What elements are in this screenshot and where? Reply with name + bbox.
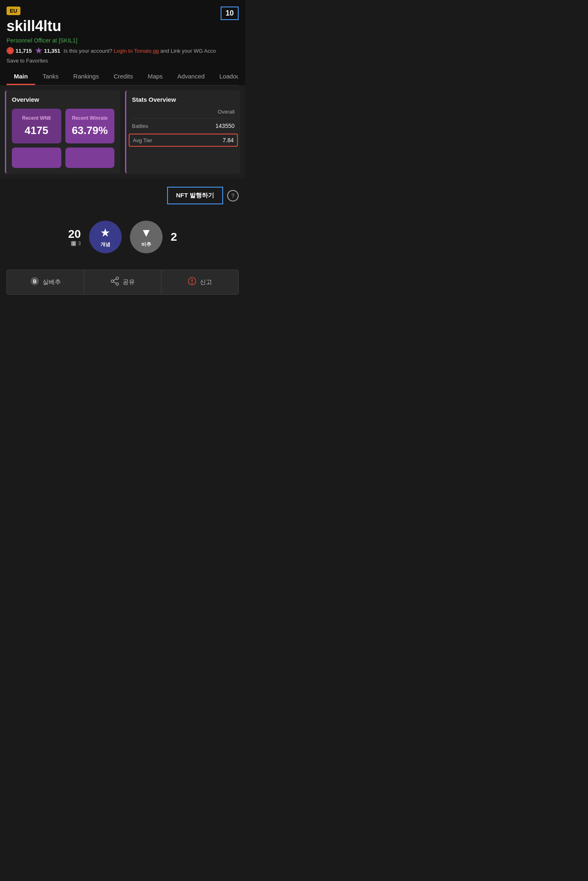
title-text: Personnel Officer at — [7, 37, 57, 44]
share-label: 공유 — [123, 278, 135, 286]
wn8-stat: 11,715 — [7, 47, 32, 54]
player-title: Personnel Officer at [SKIL1] — [7, 37, 239, 44]
stats-table-header: Overall — [132, 109, 235, 119]
voting-section: 20 3 3 ★ 개념 ▼ 비추 2 — [7, 221, 239, 253]
battles-value: 143550 — [215, 123, 235, 129]
recent-winrate-card: Recent Winrate 63.79% — [65, 109, 115, 143]
nft-row: NFT 발행하기 ? — [7, 187, 239, 204]
stats-overview-title: Stats Overview — [132, 96, 235, 103]
recent-wn8-label: Recent WN8 — [16, 115, 57, 121]
tab-credits[interactable]: Credits — [106, 69, 141, 85]
region-badge: EU — [7, 7, 20, 15]
avg-tier-row: Avg Tier 7.84 — [129, 134, 238, 147]
action-bar: B 실베추 공유 신고 — [7, 270, 239, 295]
wn8-icon — [7, 47, 14, 54]
mastery-stat: 11,351 — [35, 47, 60, 54]
level-badge: 10 — [221, 7, 239, 20]
player-name: skill4ltu — [7, 18, 239, 35]
stat-card-small-1 — [12, 148, 61, 168]
help-icon[interactable]: ? — [227, 190, 239, 201]
login-link[interactable]: Login to Tomato.gg — [114, 48, 159, 54]
save-favorites-link[interactable]: Save to Favorites — [7, 58, 239, 64]
bottom-area: NFT 발행하기 ? 20 3 3 ★ 개념 ▼ 비추 2 — [0, 179, 245, 270]
thumbsdown-action-button[interactable]: B 실베추 — [7, 270, 84, 294]
star-icon: ★ — [100, 226, 110, 239]
thumbsdown-icon: B — [30, 277, 39, 288]
battles-label: Battles — [132, 123, 148, 129]
stat-card-bottom-row — [12, 148, 114, 168]
upvote-big-number: 20 — [68, 228, 81, 241]
alert-icon — [188, 277, 197, 288]
stats-overview-panel: Stats Overview Overall Battles 143550 Av… — [125, 90, 240, 174]
stat-card-small-2 — [65, 148, 115, 168]
downvote-count-display: 2 — [171, 230, 177, 244]
thumbsdown-label: 실베추 — [42, 278, 61, 286]
overview-panel: Overview Recent WN8 4175 Recent Winrate … — [5, 90, 120, 174]
report-label: 신고 — [200, 278, 212, 286]
svg-line-7 — [114, 279, 116, 281]
tab-maps[interactable]: Maps — [140, 69, 170, 85]
header-section: EU 10 skill4ltu Personnel Officer at [SK… — [0, 0, 245, 85]
recent-winrate-label: Recent Winrate — [69, 115, 111, 121]
clan-tag: [SKIL1] — [58, 37, 77, 44]
tab-loadouts[interactable]: Loadouts — [212, 69, 239, 85]
svg-point-11 — [192, 283, 192, 284]
svg-line-8 — [114, 282, 116, 284]
nft-button[interactable]: NFT 발행하기 — [167, 187, 223, 204]
report-action-button[interactable]: 신고 — [161, 270, 238, 294]
main-content: Overview Recent WN8 4175 Recent Winrate … — [0, 85, 245, 179]
recent-winrate-value: 63.79% — [69, 124, 111, 137]
tab-rankings[interactable]: Rankings — [66, 69, 106, 85]
navigation-tabs: Main Tanks Rankings Credits Maps Advance… — [7, 69, 239, 85]
stats-row: 11,715 11,351 Is this your account? Logi… — [7, 47, 239, 54]
svg-text:B: B — [33, 279, 36, 284]
share-action-button[interactable]: 공유 — [84, 270, 161, 294]
upvote-count-display: 20 3 3 — [68, 228, 81, 246]
mastery-icon — [35, 47, 42, 54]
tab-main[interactable]: Main — [7, 69, 35, 85]
overall-header-label: Overall — [218, 109, 235, 115]
upvote-sub-label: 3 3 — [68, 241, 81, 246]
down-arrow-icon: ▼ — [141, 226, 152, 239]
upvote-button[interactable]: ★ 개념 — [89, 221, 122, 253]
mastery-value: 11,351 — [44, 48, 60, 54]
upvote-label: 개념 — [101, 241, 110, 248]
svg-point-4 — [116, 277, 118, 280]
recent-wn8-value: 4175 — [16, 124, 57, 137]
account-question: Is this your account? Login to Tomato.gg… — [64, 48, 216, 54]
avg-tier-label: Avg Tier — [133, 137, 152, 143]
recent-wn8-card: Recent WN8 4175 — [12, 109, 61, 143]
avg-tier-value: 7.84 — [223, 137, 234, 143]
share-icon — [110, 277, 119, 288]
downvote-button[interactable]: ▼ 비추 — [130, 221, 163, 253]
svg-point-5 — [116, 283, 118, 285]
stats-table: Overall Battles 143550 Avg Tier 7.84 — [132, 109, 235, 147]
sub-icon: 3 — [71, 241, 76, 246]
overview-title: Overview — [12, 96, 114, 103]
tab-advanced[interactable]: Advanced — [170, 69, 212, 85]
svg-point-6 — [111, 280, 114, 282]
battles-row: Battles 143550 — [132, 119, 235, 134]
downvote-big-number: 2 — [171, 230, 177, 244]
downvote-label: 비추 — [141, 241, 151, 248]
tab-tanks[interactable]: Tanks — [35, 69, 66, 85]
wn8-value: 11,715 — [16, 48, 32, 54]
stats-cards: Recent WN8 4175 Recent Winrate 63.79% — [12, 109, 114, 143]
svg-text:3: 3 — [73, 241, 75, 246]
